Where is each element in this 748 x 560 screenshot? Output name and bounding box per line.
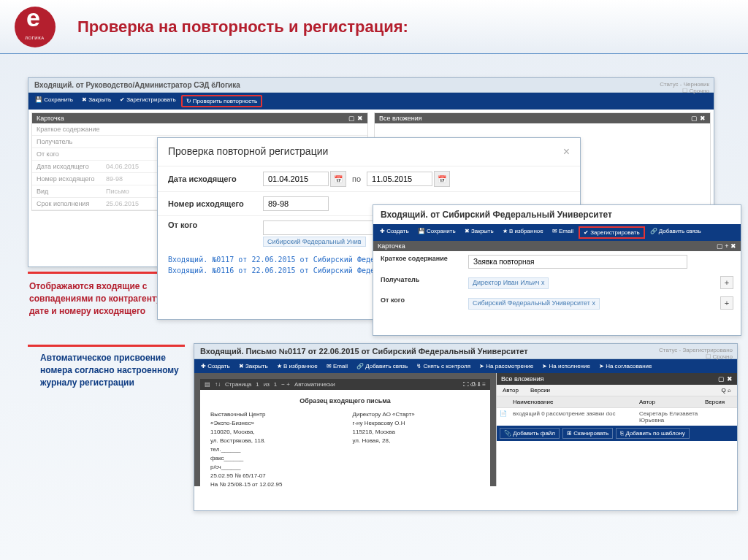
- page-title: Проверка на повторность и регистрация:: [77, 18, 408, 37]
- from-label: От кого: [168, 220, 263, 229]
- viewer-toolbar: ▤↑↓ Страница1из1 − +Автоматически ⛶ ⎙ ⬇ …: [200, 379, 490, 390]
- attachments-subheader: Все вложения▢ ✖: [375, 113, 710, 123]
- save-button[interactable]: 💾 Сохранить: [31, 95, 77, 107]
- tab-author[interactable]: Автор: [497, 385, 524, 396]
- scan-button[interactable]: ⊞ Сканировать: [562, 428, 613, 439]
- close-icon[interactable]: ×: [563, 145, 570, 158]
- close-button[interactable]: ✖ Закрыть: [235, 361, 272, 371]
- calendar-icon[interactable]: 📅: [330, 171, 346, 187]
- doc-heading: Образец входящего письма: [210, 397, 480, 404]
- incoming-card-window: Входящий. от Сибирский Федеральный Униве…: [373, 204, 741, 336]
- create-button[interactable]: ✚ Создать: [197, 361, 234, 371]
- attachments-panel: Все вложения▢ ✖ Автор Версии Q ⌕ Наимено…: [496, 373, 737, 486]
- attach-row[interactable]: 📄 входящий 0 рассмотрение заявки doc Сек…: [497, 408, 737, 426]
- tab-version[interactable]: Версии: [524, 385, 556, 396]
- divider: [28, 345, 185, 347]
- add-template-button[interactable]: ⎘ Добавить по шаблону: [616, 428, 690, 439]
- register-button[interactable]: ✔ Зарегистрировать: [116, 95, 180, 107]
- from-tag[interactable]: Сибирский Федеральный Университет x: [468, 298, 600, 310]
- attach-table-head: Наименование Автор Версия: [497, 396, 737, 408]
- doc-recipient-block: Директору АО «Старт» г-ну Некрасову О.Н …: [353, 410, 481, 486]
- add-icon[interactable]: +: [720, 296, 733, 310]
- outgoing-number-label: Номер исходящего: [168, 199, 263, 208]
- exec-button[interactable]: ➤ На исполнение: [538, 361, 594, 371]
- status-box: Статус - Черновик ☐ Срочно: [660, 81, 709, 94]
- window-title: Входящий. Письмо №0117 от 22.06.2015 от …: [194, 344, 737, 359]
- review-button[interactable]: ➤ На рассмотрение: [476, 361, 537, 371]
- status-box: Статус - Зарегистрировано ☐ Срочно: [659, 347, 733, 360]
- document-preview: ▤↑↓ Страница1из1 − +Автоматически ⛶ ⎙ ⬇ …: [194, 373, 496, 486]
- window-title: Входящий. от Сибирский Федеральный Униве…: [373, 205, 741, 224]
- create-button[interactable]: ✚ Создать: [376, 226, 413, 239]
- card-subheader: Карточка▢ ✖: [32, 113, 367, 123]
- logo: [15, 7, 56, 47]
- favorite-button[interactable]: ★ В избранное: [273, 361, 321, 371]
- email-button[interactable]: ✉ Email: [323, 361, 351, 371]
- annotation-1: Отображаются входящие с совпадениями по …: [29, 280, 175, 317]
- remove-control-button[interactable]: ↯ Снять с контроля: [413, 361, 474, 371]
- header: Проверка на повторность и регистрация:: [0, 0, 748, 54]
- window-title: Входящий. от Руководство/Администратор С…: [28, 78, 714, 93]
- divider: [28, 272, 174, 274]
- toolbar: ✚ Создать 💾 Сохранить ✖ Закрыть ★ В избр…: [373, 224, 741, 241]
- toolbar: 💾 Сохранить ✖ Закрыть ✔ Зарегистрировать…: [28, 93, 714, 110]
- calendar-icon[interactable]: 📅: [434, 171, 450, 187]
- email-button[interactable]: ✉ Email: [549, 226, 577, 239]
- letter-preview-window: Входящий. Письмо №0117 от 22.06.2015 от …: [194, 343, 738, 511]
- card-subheader: Карточка▢ + ✖: [373, 241, 741, 251]
- date-to-input[interactable]: [367, 172, 432, 186]
- add-file-button[interactable]: 📎 Добавить файл: [500, 428, 560, 439]
- outgoing-number-input[interactable]: [263, 196, 329, 211]
- toolbar: ✚ Создать ✖ Закрыть ★ В избранное ✉ Emai…: [194, 359, 737, 373]
- doc-sender-block: Выставочный Центр «Экспо-Бизнес» 110020,…: [210, 410, 338, 486]
- coord-button[interactable]: ➤ На согласование: [595, 361, 656, 371]
- add-link-button[interactable]: 🔗 Добавить связь: [353, 361, 411, 371]
- close-button[interactable]: ✖ Закрыть: [78, 95, 115, 107]
- summary-input[interactable]: [468, 255, 687, 269]
- outgoing-date-label: Дата исходящего: [168, 174, 263, 183]
- close-button[interactable]: ✖ Закрыть: [461, 226, 497, 239]
- add-link-button[interactable]: 🔗 Добавить связь: [646, 226, 705, 239]
- add-icon[interactable]: +: [720, 276, 733, 289]
- check-duplicate-button[interactable]: ↻ Проверить повторность: [181, 95, 263, 107]
- register-button[interactable]: ✔ Зарегистрировать: [579, 226, 645, 239]
- date-from-input[interactable]: [263, 172, 329, 186]
- save-button[interactable]: 💾 Сохранить: [414, 226, 459, 239]
- annotation-2: Автоматическое присвоение номера согласн…: [40, 352, 186, 388]
- dialog-title: Проверка повторной регистрации: [168, 145, 328, 158]
- from-tag[interactable]: Сибирский Федеральный Унив: [263, 237, 366, 247]
- favorite-button[interactable]: ★ В избранное: [499, 226, 547, 239]
- recipient-tag[interactable]: Директор Иван Ильич x: [468, 277, 549, 289]
